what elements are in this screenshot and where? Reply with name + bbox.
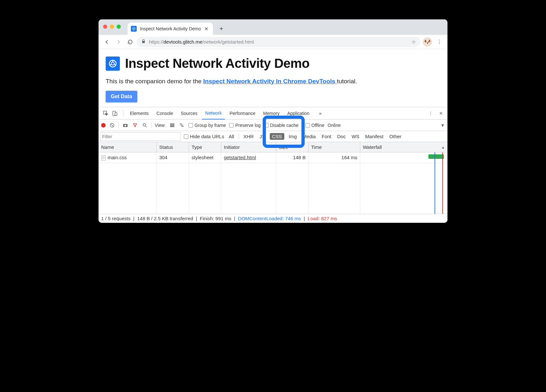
tabs-overflow-button[interactable]: » — [316, 107, 325, 119]
file-icon — [101, 155, 106, 160]
browser-tab[interactable]: Inspect Network Activity Demo ✕ — [128, 23, 213, 35]
page-logo-icon — [106, 57, 120, 71]
throttling-select[interactable]: Online — [328, 123, 341, 128]
minimize-window-button[interactable] — [110, 25, 114, 29]
page-title: Inspect Network Activity Demo — [125, 56, 310, 71]
network-table-body: main.css 304 stylesheet getstarted.html … — [99, 152, 447, 214]
svg-rect-6 — [115, 112, 117, 115]
page-content: Inspect Network Activity Demo This is th… — [99, 49, 447, 107]
tab-performance[interactable]: Performance — [226, 107, 258, 119]
filter-all[interactable]: All — [227, 133, 236, 140]
col-size[interactable]: Size — [276, 142, 309, 152]
favicon-icon — [131, 26, 137, 32]
svg-rect-12 — [170, 125, 174, 126]
network-status-bar: 1 / 5 requests | 148 B / 2.5 KB transfer… — [99, 214, 447, 223]
filter-font[interactable]: Font — [320, 133, 332, 140]
filter-input[interactable] — [100, 132, 181, 141]
devtools-menu-button[interactable]: ⋮ — [426, 111, 435, 116]
get-data-button[interactable]: Get Data — [106, 91, 137, 102]
col-type[interactable]: Type — [189, 142, 221, 152]
network-filter-row: Hide data URLs All XHR JS CSS Img Media … — [99, 131, 447, 142]
filter-other[interactable]: Other — [388, 133, 403, 140]
tab-network[interactable]: Network — [202, 107, 225, 119]
svg-rect-16 — [182, 126, 184, 127]
profile-avatar[interactable]: 🐶 — [423, 37, 432, 46]
tab-elements[interactable]: Elements — [127, 107, 152, 119]
url-field[interactable]: https://devtools.glitch.me/network/getst… — [137, 37, 420, 47]
devtools-panel: Elements Console Sources Network Perform… — [99, 107, 447, 223]
cell-size: 148 B — [276, 152, 309, 163]
window-controls — [103, 25, 121, 29]
reload-button[interactable] — [125, 37, 135, 47]
toolbar-dropdown-icon[interactable]: ▼ — [440, 123, 445, 128]
filter-doc[interactable]: Doc — [336, 133, 347, 140]
col-initiator[interactable]: Initiator — [221, 142, 276, 152]
devtools-tab-bar: Elements Console Sources Network Perform… — [99, 107, 447, 119]
table-row[interactable]: main.css 304 stylesheet getstarted.html … — [99, 152, 447, 163]
col-status[interactable]: Status — [157, 142, 189, 152]
filter-ws[interactable]: WS — [350, 133, 361, 140]
lock-icon — [141, 39, 146, 45]
tab-console[interactable]: Console — [153, 107, 176, 119]
cell-status: 304 — [157, 152, 189, 163]
svg-rect-11 — [170, 123, 174, 124]
large-rows-icon[interactable] — [169, 122, 175, 129]
filter-xhr[interactable]: XHR — [242, 133, 255, 140]
svg-rect-14 — [180, 123, 182, 124]
address-bar: https://devtools.glitch.me/network/getst… — [99, 35, 447, 49]
hide-data-urls-checkbox[interactable]: Hide data URLs — [184, 134, 224, 139]
filter-img[interactable]: Img — [288, 133, 298, 140]
tab-title: Inspect Network Activity Demo — [140, 26, 201, 31]
group-by-frame-checkbox[interactable]: Group by frame — [188, 123, 226, 128]
svg-point-1 — [133, 28, 134, 29]
offline-checkbox[interactable]: Offline — [305, 123, 324, 128]
filter-css[interactable]: CSS — [270, 133, 284, 140]
page-intro: This is the companion demo for the Inspe… — [106, 78, 440, 85]
cell-type: stylesheet — [189, 152, 221, 163]
search-icon[interactable] — [142, 122, 148, 129]
new-tab-button[interactable]: + — [217, 24, 226, 33]
svg-point-3 — [111, 62, 114, 65]
waterfall-overview-icon[interactable] — [179, 122, 185, 129]
col-waterfall[interactable]: Waterfall▲ — [360, 142, 447, 152]
cell-initiator[interactable]: getstarted.html — [221, 152, 276, 163]
maximize-window-button[interactable] — [117, 25, 121, 29]
tab-strip: Inspect Network Activity Demo ✕ + — [99, 19, 447, 35]
tutorial-link[interactable]: Inspect Network Activity In Chrome DevTo… — [203, 78, 337, 85]
device-toggle-icon[interactable] — [111, 110, 118, 117]
cell-time: 164 ms — [309, 152, 360, 163]
cell-waterfall — [360, 152, 447, 163]
cell-name: main.css — [99, 152, 157, 163]
filter-icon[interactable] — [132, 122, 138, 129]
view-label: View: — [155, 123, 166, 128]
browser-window: Inspect Network Activity Demo ✕ + https:… — [99, 19, 447, 223]
tab-memory[interactable]: Memory — [260, 107, 283, 119]
disable-cache-checkbox[interactable]: Disable cache — [264, 123, 299, 128]
svg-point-0 — [132, 27, 135, 30]
preserve-log-checkbox[interactable]: Preserve log — [229, 123, 261, 128]
clear-icon[interactable] — [109, 122, 115, 129]
filter-manifest[interactable]: Manifest — [364, 133, 385, 140]
close-window-button[interactable] — [103, 25, 107, 29]
network-table-header: Name Status Type Initiator Size Time Wat… — [99, 142, 447, 152]
capture-screenshots-icon[interactable] — [122, 122, 129, 129]
bookmark-icon[interactable]: ☆ — [412, 39, 416, 45]
svg-point-10 — [143, 123, 146, 126]
tab-sources[interactable]: Sources — [178, 107, 201, 119]
svg-point-9 — [124, 125, 126, 126]
back-button[interactable] — [102, 37, 112, 47]
close-tab-button[interactable]: ✕ — [204, 26, 208, 32]
network-toolbar: View: Group by frame Preserve log Disabl… — [99, 119, 447, 131]
url-text: https://devtools.glitch.me/network/getst… — [149, 39, 254, 45]
tab-application[interactable]: Application — [284, 107, 313, 119]
devtools-close-button[interactable]: ✕ — [436, 111, 446, 116]
svg-rect-13 — [170, 126, 174, 127]
col-name[interactable]: Name — [99, 142, 157, 152]
inspect-element-icon[interactable] — [102, 110, 109, 117]
filter-media[interactable]: Media — [301, 133, 317, 140]
filter-js[interactable]: JS — [258, 133, 267, 140]
record-button[interactable] — [101, 123, 106, 128]
col-time[interactable]: Time — [309, 142, 360, 152]
browser-menu-button[interactable]: ⋮ — [435, 39, 444, 45]
forward-button[interactable] — [113, 37, 124, 47]
